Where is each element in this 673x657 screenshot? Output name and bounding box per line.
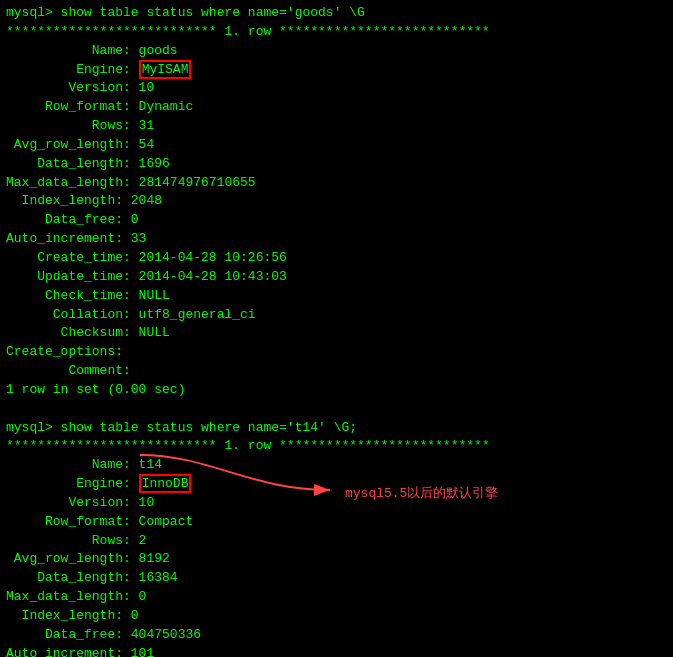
- data-check-1: Check_time: NULL: [6, 287, 667, 306]
- blank-line: [6, 400, 667, 419]
- data-rows-1: Rows: 31: [6, 117, 667, 136]
- data-rowformat-1: Row_format: Dynamic: [6, 98, 667, 117]
- data-indexlen-1: Index_length: 2048: [6, 192, 667, 211]
- data-datalen-2: Data_length: 16384: [6, 569, 667, 588]
- data-indexlen-2: Index_length: 0: [6, 607, 667, 626]
- data-avgrow-1: Avg_row_length: 54: [6, 136, 667, 155]
- data-version-1: Version: 10: [6, 79, 667, 98]
- data-name-1: Name: goods: [6, 42, 667, 61]
- data-checksum-1: Checksum: NULL: [6, 324, 667, 343]
- command-line-2: mysql> show table status where name='t14…: [6, 419, 667, 438]
- terminal: mysql> show table status where name='goo…: [0, 0, 673, 657]
- data-collation-1: Collation: utf8_general_ci: [6, 306, 667, 325]
- data-autoinc-2: Auto_increment: 101: [6, 645, 667, 657]
- data-avgrow-2: Avg_row_length: 8192: [6, 550, 667, 569]
- result-1: 1 row in set (0.00 sec): [6, 381, 667, 400]
- command-line-1: mysql> show table status where name='goo…: [6, 4, 667, 23]
- annotation-text: mysql5.5以后的默认引擎: [345, 484, 498, 502]
- data-comment-1: Comment:: [6, 362, 667, 381]
- data-update-1: Update_time: 2014-04-28 10:43:03: [6, 268, 667, 287]
- data-autoinc-1: Auto_increment: 33: [6, 230, 667, 249]
- data-maxdata-2: Max_data_length: 0: [6, 588, 667, 607]
- separator-1: *************************** 1. row *****…: [6, 23, 667, 42]
- data-create-1: Create_time: 2014-04-28 10:26:56: [6, 249, 667, 268]
- data-datafree-2: Data_free: 404750336: [6, 626, 667, 645]
- engine-highlight-1: MyISAM: [139, 60, 192, 79]
- data-datafree-1: Data_free: 0: [6, 211, 667, 230]
- data-engine-1: Engine: MyISAM: [6, 61, 667, 80]
- data-createopt-1: Create_options:: [6, 343, 667, 362]
- data-maxdata-1: Max_data_length: 281474976710655: [6, 174, 667, 193]
- data-datalen-1: Data_length: 1696: [6, 155, 667, 174]
- data-rows-2: Rows: 2: [6, 532, 667, 551]
